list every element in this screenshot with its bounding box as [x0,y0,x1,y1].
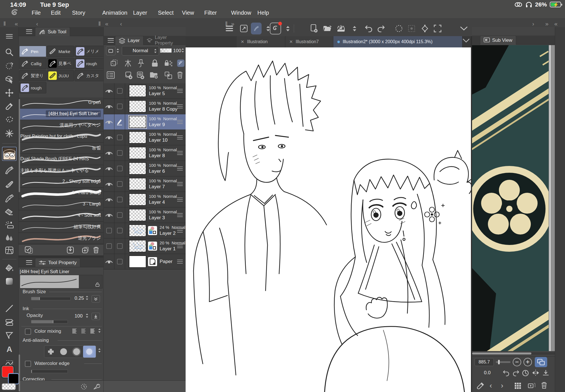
subtool-カスタ[interactable]: カスタ [75,70,104,81]
move-tool[interactable] [4,87,15,98]
brush-size-expand-button[interactable] [92,295,100,303]
subtool-menu-icon[interactable] [26,29,32,34]
color-mixing-presets[interactable] [72,327,97,336]
layer-drag-handle[interactable] [177,182,183,186]
command-menu-icon[interactable] [225,24,234,33]
enable-mask-icon[interactable] [124,59,132,67]
layer-checkbox[interactable] [114,192,125,207]
layer-checkbox[interactable] [114,130,125,145]
pen-tool[interactable] [4,165,15,176]
layer-drag-handle[interactable] [177,104,183,108]
brush-item[interactable]: [48H free] Eyri Soft Liner [19,109,104,120]
close-tab-icon[interactable]: ✕ [241,39,244,44]
gradient-tool[interactable] [4,276,15,287]
drawing-canvas[interactable] [186,47,471,392]
prev-image-icon[interactable]: ‹ [490,381,492,390]
symmetry-icon[interactable] [420,24,430,33]
canvas-tab[interactable]: Illustration2* (3000 x 2000px 400dpi 115… [333,36,462,47]
layer-visible-icon[interactable] [104,114,114,130]
subtool-Pen[interactable]: Pen [19,46,46,57]
subtool-Marke[interactable]: Marke [47,46,74,57]
ruler-tool[interactable] [4,317,15,328]
layer-thumbnail[interactable] [129,100,146,113]
layer-thumbnail[interactable] [129,178,146,190]
straight-line-tool[interactable] [4,303,15,314]
collapse-commandbar-icon[interactable] [459,24,469,33]
layer-visible-icon[interactable] [104,130,114,145]
brush-item[interactable]: 농필 [19,143,104,154]
layer-checkbox[interactable] [114,254,125,269]
layer-hidden-box[interactable] [104,238,114,254]
menu-item-file[interactable]: File [32,10,41,16]
undo-icon[interactable] [364,24,373,33]
layer-row[interactable]: Paper [104,254,186,270]
sub-color-swatch[interactable] [8,373,19,384]
text-tool[interactable]: A [4,344,15,354]
layer-drag-handle[interactable] [177,151,183,155]
layer-visible-icon[interactable] [104,254,114,269]
aa-strong-option[interactable] [83,346,96,358]
snap-ruler-icon[interactable] [394,24,404,33]
marker-tool[interactable] [4,179,15,190]
transparent-color-swatch[interactable] [2,383,16,390]
rotate-ccw-icon[interactable] [503,369,510,376]
subview-tab[interactable]: Sub View [480,36,516,45]
brush-size-slider[interactable] [31,297,71,300]
collapse-left2-icon[interactable]: « [105,20,108,27]
layer-menu-icon[interactable] [108,38,114,43]
layer-drag-handle[interactable] [177,120,183,124]
pen-mode-button[interactable] [251,23,262,34]
menu-item-help[interactable]: Help [257,10,269,16]
layer-opacity-slider[interactable] [160,48,172,53]
brush-item[interactable]: 2 - Sharp soft edge [19,176,104,188]
brush-item[interactable]: Plant Painting but for cloth - Lupu [19,131,104,143]
toolbar-menu-icon[interactable] [4,31,15,42]
brush-item[interactable]: G-pen [19,97,104,109]
menu-item-story[interactable]: Story [72,10,85,16]
redo-icon[interactable] [376,24,386,33]
menu-item-edit[interactable]: Edit [51,10,60,16]
fullscreen-icon[interactable] [239,24,249,33]
close-tab-icon[interactable]: ✕ [289,39,293,44]
auto-eyedropper-icon[interactable] [477,382,484,390]
menu-item-layer[interactable]: Layer [133,10,147,16]
layer-palette-button[interactable] [106,46,116,55]
expand-right-icon[interactable]: » [545,20,549,27]
anti-aliasing-spinner[interactable] [98,348,101,352]
brush-list-scrollbar[interactable] [19,99,20,192]
layer-checkbox[interactable] [114,238,125,254]
brush-item[interactable]: 漫画用ツヤベタペン [19,120,104,131]
toolprop-menu-icon[interactable] [26,260,32,265]
layer-visible-icon[interactable] [104,99,114,114]
layer-thumbnail[interactable] [129,240,146,252]
menu-item-window[interactable]: Window [231,10,251,16]
open-file-icon[interactable] [323,24,332,33]
canvas-tab[interactable]: ✕Illustration [237,36,285,47]
opacity-slider[interactable] [31,320,68,323]
toolprop-tab[interactable]: Tool Property [35,258,80,267]
csp-home-button[interactable] [270,23,281,34]
prev-left-icon[interactable]: ‹ [36,20,38,27]
menu-item-animation[interactable]: Animation [102,10,127,16]
palette-spinner[interactable] [117,49,119,53]
flip-horizontal-icon[interactable] [531,369,540,376]
figure-tool[interactable] [4,330,15,341]
layer-drag-handle[interactable] [177,167,183,170]
duplicate-brush-icon[interactable] [82,246,89,254]
panel-drag-handle[interactable]: ‖ [3,20,6,27]
subtool-rough[interactable]: rough [75,58,104,69]
next-image-icon[interactable]: › [501,381,503,390]
layer-checkbox[interactable] [114,223,125,238]
draft-layer-icon[interactable] [137,59,145,67]
subview-scrollbar[interactable] [472,352,555,355]
blend-tool[interactable] [4,233,15,243]
layer-drag-handle[interactable] [177,244,183,248]
layer-visible-icon[interactable] [104,145,114,161]
app-logo-icon[interactable] [10,8,20,17]
opacity-dynamics-button[interactable] [92,313,100,320]
auto-select-tool[interactable] [4,128,15,139]
airbrush-tool[interactable] [4,220,15,230]
new-vector-layer-icon[interactable] [136,71,145,80]
watercolor-edge-checkbox[interactable] [25,361,31,367]
layer-row[interactable]: 100 % NormalLayer 6 [104,161,186,176]
